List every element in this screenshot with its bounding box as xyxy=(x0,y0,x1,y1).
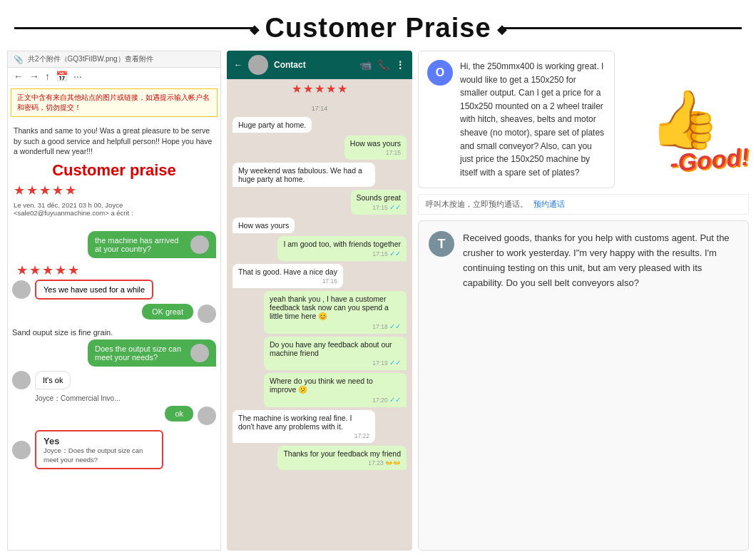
stars-row: ★ ★ ★ ★ ★ xyxy=(14,183,215,198)
yes-box: Yes Joyce：Does the output size can meet … xyxy=(35,430,163,469)
wa-msg-6-time: 17:15 ✓✓ xyxy=(283,250,401,257)
contact-link[interactable]: 预约通话 xyxy=(533,199,565,210)
good-box: 👍 -Good! xyxy=(620,51,749,188)
wa-msg-10-time: 17:20 ✓✓ xyxy=(270,396,401,404)
wa-star-4: ★ xyxy=(326,82,336,96)
wa-header: ← Contact 📹 📞 ⋮ xyxy=(227,51,412,79)
emoji-hands: 👐👐 xyxy=(385,459,401,466)
header-left-line xyxy=(14,27,254,29)
testimonial-avatar: T xyxy=(429,231,454,257)
chat-star-3: ★ xyxy=(42,262,53,278)
chat-area: the machine has arrived at your country?… xyxy=(8,228,220,476)
star-4: ★ xyxy=(52,183,63,198)
right-top: O Hi, the 250mmx400 is working great. I … xyxy=(418,51,749,188)
chat-star-5: ★ xyxy=(68,262,79,278)
wa-msg-9: Do you have any feedback about our machi… xyxy=(264,337,407,370)
star-5: ★ xyxy=(65,183,76,198)
avatar-left-2 xyxy=(12,371,31,389)
chat-row-yes: Yes Joyce：Does the output size can meet … xyxy=(12,430,216,469)
chat-row-a2: OK great xyxy=(12,304,216,324)
chat-file: Joyce：Commercial Invo... xyxy=(35,394,216,404)
email-praise-title: Customer praise xyxy=(14,161,215,180)
nav-more[interactable]: ··· xyxy=(73,71,82,82)
email-greeting: Thanks and same to you! Was a great plea… xyxy=(14,126,215,157)
header-right-line xyxy=(503,27,742,29)
wa-back-icon[interactable]: ← xyxy=(234,60,242,70)
wa-msg-1: Huge party at home. xyxy=(233,117,312,133)
chat-row-a4: ok xyxy=(12,406,216,426)
email-body: Thanks and same to you! Was a great plea… xyxy=(8,120,220,228)
wa-more-icon[interactable]: ⋮ xyxy=(395,59,405,71)
wa-star-2: ★ xyxy=(303,82,313,96)
right-panel: O Hi, the 250mmx400 is working great. I … xyxy=(418,51,749,551)
wa-msg-4-time: 17:15 ✓✓ xyxy=(357,203,401,211)
wa-msg-10: Where do you think we need to improve 😕 … xyxy=(264,373,407,407)
wa-msg-9-time: 17:19 ✓✓ xyxy=(270,359,401,367)
nav-back[interactable]: ← xyxy=(14,71,24,82)
wa-msg-7: That is good. Have a nice day 17:16 xyxy=(233,264,343,288)
attachment-label: 共2个附件（GQ3tFiIBW.png）查看附件 xyxy=(28,54,153,64)
wa-msg-2: How was yours 17:15 xyxy=(344,136,407,160)
contact-row: 呼叫木按迪，立即预约通话。 预约通话 xyxy=(418,194,749,215)
chat-row-a1: Yes we have used for a while xyxy=(12,280,216,300)
email-toolbar: 📎 共2个附件（GQ3tFiIBW.png）查看附件 xyxy=(8,51,220,68)
avatar-left-1 xyxy=(12,280,31,299)
contact-chinese-text: 呼叫木按迪，立即预约通话。 xyxy=(426,199,528,210)
chat-star-2: ★ xyxy=(29,262,41,278)
left-email-panel: 📎 共2个附件（GQ3tFiIBW.png）查看附件 ← → ↑ 📅 ··· 正… xyxy=(7,51,221,551)
testimonial-text: Received goods, thanks for you help with… xyxy=(463,231,738,290)
chat-bubble-a1: Yes we have used for a while xyxy=(35,280,153,300)
wa-msg-11: The machine is working real fine. I don'… xyxy=(233,410,375,443)
nav-up[interactable]: ↑ xyxy=(45,71,50,82)
inquiry-row: O Hi, the 250mmx400 is working great. I … xyxy=(418,51,615,188)
wa-msg-11-time: 17:22 xyxy=(238,432,369,439)
yes-sub: Joyce：Does the output size can meet your… xyxy=(44,446,155,464)
chat-bubble-a3: It's ok xyxy=(35,371,71,389)
inquiry-text: Hi, the 250mmx400 is working great. I wo… xyxy=(460,60,606,179)
wa-stars: ★ ★ ★ ★ ★ xyxy=(227,79,412,98)
wa-messages: 17:14 Huge party at home. How was yours … xyxy=(227,98,412,551)
wa-contact-name: Contact xyxy=(274,60,306,70)
chat-star-4: ★ xyxy=(55,262,66,278)
main-content: 📎 共2个附件（GQ3tFiIBW.png）查看附件 ← → ↑ 📅 ··· 正… xyxy=(0,51,756,551)
wa-star-3: ★ xyxy=(315,82,325,96)
chat-bubble-a2: OK great xyxy=(142,304,193,320)
page-header: Customer Praise xyxy=(0,0,756,51)
page-title: Customer Praise xyxy=(265,13,491,44)
email-warning: 正文中含有来自其他站点的图片或链接，如遇提示输入帐户名和密码，切勿提交！ xyxy=(11,88,218,117)
wa-time-label: 17:14 xyxy=(233,103,407,114)
wa-header-icons: 📹 📞 ⋮ xyxy=(359,59,405,71)
wa-msg-3: My weekend was fabulous. We had a huge p… xyxy=(233,163,375,187)
avatar-right-2 xyxy=(198,305,216,323)
wa-video-icon[interactable]: 📹 xyxy=(359,59,372,71)
yes-title: Yes xyxy=(44,436,155,446)
star-2: ★ xyxy=(26,183,38,198)
wa-msg-7-time: 17:16 xyxy=(238,277,337,285)
wa-msg-12: Thanks for your feedback my friend 17:23… xyxy=(277,446,407,470)
whatsapp-panel: ← Contact 📹 📞 ⋮ ★ ★ ★ ★ ★ 17:14 Huge par… xyxy=(227,51,412,551)
avatar-left-3 xyxy=(12,441,31,459)
wa-msg-12-time: 17:23 👐👐 xyxy=(283,459,401,466)
wa-msg-5: How was yours xyxy=(233,218,295,233)
nav-calendar[interactable]: 📅 xyxy=(56,71,68,82)
wa-avatar xyxy=(248,55,268,75)
chat-row-a3: It's ok xyxy=(12,371,216,389)
wa-msg-8: yeah thank you , I have a customer feedb… xyxy=(264,291,407,334)
attach-icon: 📎 xyxy=(14,55,24,64)
avatar-right-3 xyxy=(190,344,209,362)
wa-call-icon[interactable]: 📞 xyxy=(377,59,389,71)
inquiry-avatar: O xyxy=(427,60,453,86)
good-label: -Good! xyxy=(668,143,750,178)
wa-msg-6: I am good too, with friends together 17:… xyxy=(277,236,407,261)
wa-star-5: ★ xyxy=(337,82,347,96)
chat-bubble-q2: Does the output size can meet your needs… xyxy=(88,339,216,367)
email-nav[interactable]: ← → ↑ 📅 ··· xyxy=(8,68,220,86)
chat-static-text: Sand ouput size is fine grain. xyxy=(12,328,216,337)
wa-msg-8-time: 17:18 ✓✓ xyxy=(270,322,401,330)
avatar-right-4 xyxy=(198,407,216,425)
thumbs-up-icon: 👍 xyxy=(649,86,720,153)
testimonial-box: T Received goods, thanks for you help wi… xyxy=(418,220,749,551)
wa-msg-2-time: 17:15 xyxy=(350,149,401,156)
chat-star-1: ★ xyxy=(16,262,28,278)
nav-forward[interactable]: → xyxy=(29,71,39,82)
